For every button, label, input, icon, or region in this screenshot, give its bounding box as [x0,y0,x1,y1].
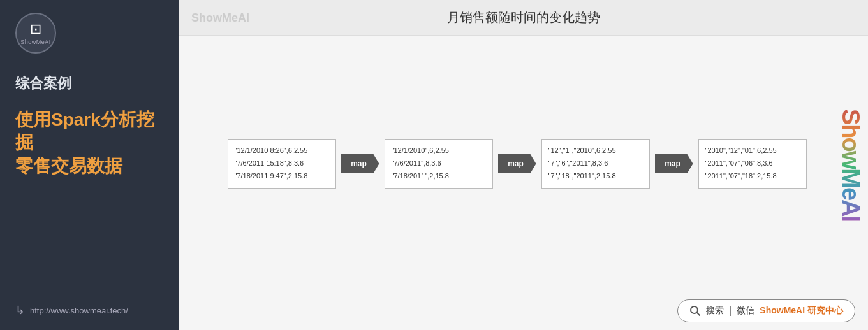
search-icon [689,305,701,317]
map-label-3: map [655,154,693,173]
data-box-4: "2010","12","01",6,2.55 "2011","07","06"… [698,139,807,188]
logo-text: ShowMeAI [20,39,51,45]
header-title: 月销售额随时间的变化趋势 [447,10,600,24]
svg-line-1 [697,313,700,316]
platform-label: 微信 [737,305,754,317]
logo-icon: ⊡ [30,21,41,38]
data-row: "7/6/2011 15:18",8,3.6 [235,157,329,170]
arrow-2: map [498,154,536,173]
data-row: "7","6","2011",8,3.6 [548,157,643,170]
logo-area: ⊡ ShowMeAI [15,13,163,54]
data-row: "12","1","2010",6,2.55 [548,145,643,157]
search-badge[interactable]: 搜索 | 微信 ShowMeAI 研究中心 [677,299,855,322]
flow-container: "12/1/2010 8:26",6,2.55 "7/6/2011 15:18"… [228,139,807,188]
data-row: "2011","07","18",2,15.8 [705,170,800,183]
section-label: 综合案例 [15,74,163,93]
data-row: "12/1/2010",6,2.55 [392,145,486,157]
data-row: "12/1/2010 8:26",6,2.55 [235,145,329,157]
logo-circle: ⊡ ShowMeAI [15,13,56,54]
data-row: "2011","07","06",8,3.6 [705,157,800,170]
content-footer: 搜索 | 微信 ShowMeAI 研究中心 [179,292,868,330]
map-label-1: map [341,154,379,173]
brand-label: ShowMeAI 研究中心 [760,305,843,317]
data-row: "7/18/2011 9:47",2,15.8 [235,170,329,183]
main-title-line2: 零售交易数据 [15,156,122,176]
data-box-3: "12","1","2010",6,2.55 "7","6","2011",8,… [541,139,650,188]
cursor-icon: ↳ [15,303,25,317]
data-box-2: "12/1/2010",6,2.55 "7/6/2011",8,3.6 "7/1… [385,139,493,188]
data-row: "7/18/2011",2,15.8 [392,170,486,183]
footer-url: http://www.showmeai.tech/ [30,306,128,315]
data-row: "7","18","2011",2,15.8 [548,170,643,183]
main-title: 使用Spark分析挖掘 零售交易数据 [15,108,163,178]
search-text: 搜索 [706,305,724,317]
map-label-2: map [498,154,536,173]
data-row: "2010","12","01",6,2.55 [705,145,800,157]
header-watermark: ShowMeAI [191,11,249,24]
footer-link[interactable]: ↳ http://www.showmeai.tech/ [15,303,163,317]
sidebar: ⊡ ShowMeAI 综合案例 使用Spark分析挖掘 零售交易数据 ↳ htt… [0,0,179,330]
data-box-1: "12/1/2010 8:26",6,2.55 "7/6/2011 15:18"… [228,139,336,188]
arrow-1: map [341,154,379,173]
content-area: ShowMeAI 月销售额随时间的变化趋势 ShowMeAI "12/1/201… [179,0,868,330]
divider: | [729,305,732,317]
diagram-area: "12/1/2010 8:26",6,2.55 "7/6/2011 15:18"… [179,36,868,292]
arrow-3: map [655,154,693,173]
content-header: ShowMeAI 月销售额随时间的变化趋势 [179,0,868,36]
main-title-line1: 使用Spark分析挖掘 [15,110,154,152]
data-row: "7/6/2011",8,3.6 [392,157,486,170]
